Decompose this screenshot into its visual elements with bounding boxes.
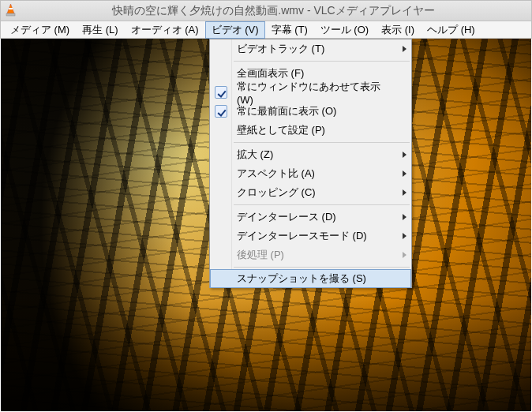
submenu-arrow-icon — [403, 46, 406, 52]
menuitem-label: 壁紙として設定 (P) — [237, 123, 325, 137]
svg-rect-2 — [6, 13, 15, 16]
menuitem-label: クロッピング (C) — [237, 185, 316, 200]
menuitem-label: 拡大 (Z) — [237, 148, 273, 162]
submenu-arrow-icon — [403, 233, 406, 239]
menuitem-label: ビデオトラック (T) — [237, 42, 324, 56]
menuitem-deinterlace-mode[interactable]: デインターレースモード (D) — [210, 227, 411, 245]
menuitem-fit-window[interactable]: 常にウィンドウにあわせて表示 (W) — [210, 83, 411, 102]
check-icon — [215, 86, 227, 99]
menuitem-post-processing: 後処理 (P) — [210, 245, 411, 264]
menuitem-crop[interactable]: クロッピング (C) — [210, 183, 411, 202]
menuitem-label: 常に最前面に表示 (O) — [237, 104, 336, 118]
menuitem-label: 全画面表示 (F) — [237, 66, 304, 81]
menuitem-label: 後処理 (P) — [237, 248, 284, 262]
submenu-arrow-icon — [403, 214, 406, 220]
submenu-arrow-icon — [403, 170, 406, 177]
menuitem-set-wallpaper[interactable]: 壁紙として設定 (P) — [210, 121, 411, 140]
title-bar: 快晴の空に輝く夕焼けの自然動画.wmv - VLCメディアプレイヤー — [0, 0, 532, 21]
menu-help[interactable]: ヘルプ (H) — [421, 21, 481, 39]
menuitem-label: デインターレースモード (D) — [237, 229, 367, 243]
check-icon — [215, 105, 227, 118]
menu-view[interactable]: 表示 (I) — [375, 21, 421, 39]
submenu-arrow-icon — [403, 189, 406, 196]
menu-separator — [234, 204, 410, 205]
submenu-arrow-icon — [403, 252, 406, 258]
menu-playback[interactable]: 再生 (L) — [76, 21, 125, 39]
menuitem-take-snapshot[interactable]: スナップショットを撮る (S) — [210, 269, 411, 288]
menuitem-aspect-ratio[interactable]: アスペクト比 (A) — [210, 164, 411, 183]
menuitem-label: スナップショットを撮る (S) — [237, 272, 366, 286]
menu-bar: メディア (M) 再生 (L) オーディオ (A) ビデオ (V) 字幕 (T)… — [0, 21, 532, 39]
menu-separator — [234, 61, 410, 62]
app-icon — [4, 3, 17, 19]
menu-separator — [234, 142, 410, 143]
menu-tools[interactable]: ツール (O) — [314, 21, 375, 39]
submenu-arrow-icon — [403, 152, 406, 158]
menuitem-always-on-top[interactable]: 常に最前面に表示 (O) — [210, 102, 411, 121]
menu-audio[interactable]: オーディオ (A) — [125, 21, 205, 39]
menu-separator — [234, 267, 410, 268]
menu-media[interactable]: メディア (M) — [4, 21, 76, 39]
menuitem-zoom[interactable]: 拡大 (Z) — [210, 145, 411, 164]
video-menu-dropdown: ビデオトラック (T) 全画面表示 (F) 常にウィンドウにあわせて表示 (W)… — [209, 39, 412, 288]
menu-subtitle[interactable]: 字幕 (T) — [265, 21, 314, 39]
menuitem-label: デインターレース (D) — [237, 210, 336, 224]
window-title: 快晴の空に輝く夕焼けの自然動画.wmv - VLCメディアプレイヤー — [19, 4, 528, 18]
menuitem-label: アスペクト比 (A) — [237, 167, 315, 181]
menuitem-deinterlace[interactable]: デインターレース (D) — [210, 208, 411, 227]
menuitem-video-track[interactable]: ビデオトラック (T) — [210, 39, 411, 58]
menu-video[interactable]: ビデオ (V) — [205, 21, 265, 39]
svg-rect-1 — [9, 8, 13, 9]
